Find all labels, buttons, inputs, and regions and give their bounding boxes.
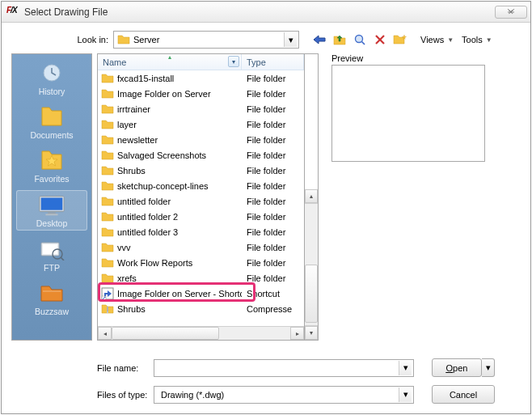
folder-icon xyxy=(101,196,114,207)
places-item-ftp[interactable]: FTP xyxy=(16,235,87,274)
scroll-right-button[interactable]: ▸ xyxy=(290,327,304,340)
file-name: Salvaged Screenshots xyxy=(117,150,206,160)
file-row[interactable]: sketchup-concept-linesFile folder xyxy=(98,178,304,193)
delete-button[interactable] xyxy=(371,32,389,48)
file-row[interactable]: untitled folderFile folder xyxy=(98,193,304,209)
file-row[interactable]: layerFile folder xyxy=(98,116,304,132)
cancel-button[interactable]: Cancel xyxy=(432,385,495,404)
lookin-combo[interactable]: Server ▾ xyxy=(113,31,299,49)
lookin-label: Look in: xyxy=(68,35,108,44)
sort-asc-icon: ▴ xyxy=(168,53,171,61)
file-row[interactable]: vvvFile folder xyxy=(98,239,304,255)
back-button[interactable] xyxy=(310,32,328,48)
hscroll-thumb[interactable] xyxy=(112,327,219,340)
file-row[interactable]: newsletterFile folder xyxy=(98,132,304,147)
filename-label: File name: xyxy=(97,363,154,373)
file-type: File folder xyxy=(242,166,304,176)
window-title: Select Drawing File xyxy=(24,6,495,18)
folder-icon xyxy=(117,34,130,45)
places-item-buzzsaw[interactable]: Buzzsaw xyxy=(16,279,87,318)
places-item-label: Desktop xyxy=(36,218,68,228)
select-drawing-file-dialog: F/X Select Drawing File ✕ Look in: Serve… xyxy=(1,1,531,414)
scroll-down-button[interactable]: ▾ xyxy=(305,326,318,340)
filename-input[interactable]: ▾ xyxy=(154,359,414,377)
file-name: Image Folder on Server - Shortcut xyxy=(117,289,242,299)
file-type: File folder xyxy=(242,243,304,252)
buzzsaw-icon xyxy=(37,281,66,305)
folder-icon xyxy=(101,165,114,176)
svg-line-14 xyxy=(61,257,64,260)
search-web-button[interactable] xyxy=(351,32,369,48)
file-row[interactable]: xrefsFile folder xyxy=(98,270,304,286)
chevron-down-icon[interactable]: ▾ xyxy=(284,32,297,47)
places-item-label: Buzzsaw xyxy=(35,307,69,316)
file-row[interactable]: Work Flow ReportsFile folder xyxy=(98,255,304,270)
file-row[interactable]: Image Folder on ServerFile folder xyxy=(98,86,304,101)
places-item-documents[interactable]: Documents xyxy=(16,103,87,142)
column-header-type[interactable]: Type xyxy=(242,54,304,70)
folder-icon xyxy=(101,134,114,146)
file-type: File folder xyxy=(242,258,304,268)
file-type: File folder xyxy=(242,150,304,160)
filename-dropdown-icon[interactable]: ▾ xyxy=(399,361,412,375)
close-button[interactable]: ✕ xyxy=(495,6,527,19)
file-type: Shortcut xyxy=(242,289,304,299)
file-type: File folder xyxy=(242,181,304,191)
file-list[interactable]: Name ▴ ▾ Type fxcad15-installFile folder… xyxy=(97,53,305,341)
places-bar: HistoryDocumentsFavoritesDesktopFTPBuzzs… xyxy=(11,53,92,341)
file-name: untitled folder xyxy=(117,197,171,206)
open-button[interactable]: Open xyxy=(432,358,482,377)
tools-menu[interactable]: Tools▼ xyxy=(460,33,494,46)
file-row[interactable]: Salvaged ScreenshotsFile folder xyxy=(98,147,304,163)
places-item-label: History xyxy=(39,87,65,96)
vertical-scrollbar[interactable]: ▴ ▾ xyxy=(305,53,319,341)
file-row[interactable]: Image Folder on Server - ShortcutShortcu… xyxy=(98,286,304,301)
vscroll-thumb[interactable] xyxy=(305,265,318,323)
app-icon: F/X xyxy=(6,6,19,19)
file-row[interactable]: untitled folder 3File folder xyxy=(98,224,304,239)
file-row[interactable]: untitled folder 2File folder xyxy=(98,209,304,224)
file-type: File folder xyxy=(242,120,304,129)
views-menu[interactable]: Views▼ xyxy=(419,33,455,46)
file-row[interactable]: ShrubsFile folder xyxy=(98,163,304,178)
file-type: File folder xyxy=(242,104,304,114)
history-icon xyxy=(37,61,66,85)
places-item-history[interactable]: History xyxy=(16,59,87,98)
column-header-name[interactable]: Name ▴ ▾ xyxy=(98,54,242,70)
folder-icon xyxy=(101,104,114,115)
folder-icon xyxy=(101,242,114,253)
svg-text:✕: ✕ xyxy=(508,8,514,16)
views-label: Views xyxy=(420,35,444,44)
bottom-panel: File name: ▾ Open ▾ Files of type: Drawi… xyxy=(11,341,521,404)
file-row[interactable]: irrtrainerFile folder xyxy=(98,101,304,116)
ftp-icon xyxy=(37,237,66,261)
filetype-combo[interactable]: Drawing (*.dwg) ▾ xyxy=(154,386,414,404)
filetype-label: Files of type: xyxy=(97,390,154,400)
folder-icon xyxy=(101,273,114,284)
folder-icon xyxy=(101,150,114,161)
file-name: irrtrainer xyxy=(117,104,150,114)
open-dropdown-button[interactable]: ▾ xyxy=(482,358,495,377)
vscroll-track[interactable] xyxy=(305,203,318,326)
file-row[interactable]: fxcad15-installFile folder xyxy=(98,70,304,86)
file-row[interactable]: ShrubsCompresse xyxy=(98,301,304,316)
favorites-icon xyxy=(37,148,66,172)
column-name-dropdown[interactable]: ▾ xyxy=(228,56,239,67)
file-name: sketchup-concept-lines xyxy=(117,181,209,191)
zip-icon xyxy=(101,303,114,315)
places-item-favorites[interactable]: Favorites xyxy=(16,146,87,185)
hscroll-track[interactable] xyxy=(112,327,290,340)
horizontal-scrollbar[interactable]: ◂ ▸ xyxy=(98,326,304,340)
places-item-desktop[interactable]: Desktop xyxy=(16,190,87,231)
new-folder-button[interactable] xyxy=(391,32,409,48)
places-item-label: FTP xyxy=(44,263,60,273)
folder-icon xyxy=(101,119,114,130)
scroll-left-button[interactable]: ◂ xyxy=(98,327,112,340)
filetype-dropdown-icon[interactable]: ▾ xyxy=(399,387,412,402)
scroll-up-button[interactable]: ▴ xyxy=(305,189,318,203)
up-one-level-button[interactable] xyxy=(331,32,348,48)
file-type: File folder xyxy=(242,135,304,145)
cancel-label: Cancel xyxy=(450,390,477,400)
lookin-value: Server xyxy=(130,35,284,44)
svg-rect-10 xyxy=(45,214,57,215)
